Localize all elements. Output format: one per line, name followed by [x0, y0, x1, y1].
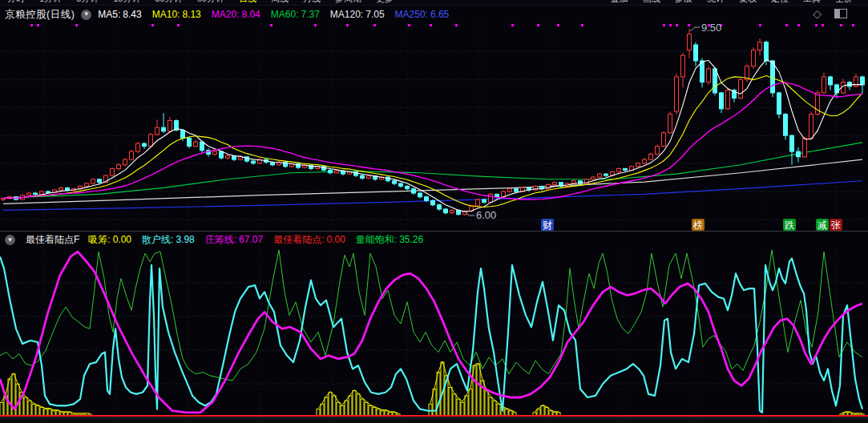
period-tab[interactable]: 周线 [264, 0, 296, 5]
ma-legend-item: MA60:7.37 [271, 9, 320, 20]
signal-badge[interactable]: 财 [541, 219, 554, 231]
toolbar-item[interactable]: 多股 [668, 0, 700, 5]
main-price-chart[interactable]: 9.506.00财榜跌减张 [0, 23, 868, 231]
indicator-field: 量能饱和:35.26 [356, 233, 423, 247]
indicator-name: 最佳着陆点F [26, 233, 79, 247]
symbol-title: 京粮控股(日线) [5, 8, 75, 22]
period-tab[interactable]: 60分钟 [190, 0, 232, 5]
status-strip [0, 417, 868, 423]
signal-badge[interactable]: 跌 [783, 219, 796, 231]
period-tab[interactable]: 5分钟 [69, 0, 106, 5]
chevron-down-icon[interactable]: ▼ [81, 10, 91, 20]
chevron-down-icon[interactable]: ▼ [5, 235, 15, 245]
signal-badge[interactable]: 减 [816, 219, 829, 231]
layout-panel-icon[interactable] [834, 9, 847, 18]
period-tab[interactable]: 多周期 [328, 0, 369, 5]
period-tab[interactable]: 15分钟 [106, 0, 147, 5]
diamond-icon[interactable]: ◇ [813, 8, 822, 19]
period-tab[interactable]: 30分钟 [148, 0, 190, 5]
period-tab[interactable]: 更多 [369, 0, 401, 5]
signal-badge[interactable]: 张 [830, 219, 842, 231]
svg-text:跌: 跌 [785, 220, 794, 231]
svg-text:榜: 榜 [692, 220, 703, 231]
toolbar-item[interactable]: 画线 [636, 0, 668, 5]
toolbar-item[interactable]: 叠加 [604, 0, 636, 5]
svg-text:9.50: 9.50 [701, 23, 721, 34]
indicator-chart[interactable] [0, 248, 868, 417]
signal-badge[interactable]: 榜 [692, 219, 704, 231]
ma-legend-item: MA20:8.04 [212, 9, 260, 20]
period-tab[interactable]: 日线 [232, 0, 264, 5]
indicator-field: 最佳着陆点:0.00 [273, 233, 345, 247]
toolbar-item[interactable]: 工具 [796, 0, 828, 5]
indicator-field: 庄筹线:67.07 [205, 233, 263, 247]
indicator-field: 散户线:3.98 [142, 233, 195, 247]
toolbar-item[interactable]: 复权 [732, 0, 764, 5]
ma-legend-item: MA5:8.43 [98, 9, 141, 20]
period-tab[interactable]: 分时 [0, 0, 32, 5]
svg-text:6.00: 6.00 [476, 209, 496, 221]
toolbar-item[interactable]: 定位 [764, 0, 796, 5]
period-tab[interactable]: 月线 [296, 0, 328, 5]
indicator-field: 吸筹:0.00 [88, 233, 131, 247]
period-toolbar: 分时1分钟5分钟15分钟30分钟60分钟日线周线月线多周期更多 叠加画线多股统计… [0, 0, 868, 6]
ma-legend-item: MA250:6.65 [395, 9, 450, 20]
ma-legend-item: MA120:7.05 [330, 9, 385, 20]
ma-legend-item: MA10:8.13 [152, 9, 201, 20]
svg-text:财: 财 [543, 220, 552, 231]
svg-text:张: 张 [831, 220, 841, 231]
title-bar: 京粮控股(日线) ▼ MA5:8.43MA10:8.13MA20:8.04MA6… [0, 6, 868, 23]
svg-text:减: 减 [818, 220, 827, 231]
toolbar-item[interactable]: 全屏 [828, 0, 860, 5]
indicator-fields: 吸筹:0.00散户线:3.98庄筹线:67.07最佳着陆点:0.00量能饱和:3… [88, 233, 423, 247]
ma-legend: MA5:8.43MA10:8.13MA20:8.04MA60:7.37MA120… [98, 9, 449, 20]
indicator-header: ▼ 最佳着陆点F 吸筹:0.00散户线:3.98庄筹线:67.07最佳着陆点:0… [0, 232, 868, 248]
trading-app-window: 分时1分钟5分钟15分钟30分钟60分钟日线周线月线多周期更多 叠加画线多股统计… [0, 0, 868, 423]
period-tab[interactable]: 1分钟 [32, 0, 69, 5]
toolbar-item[interactable]: 统计 [700, 0, 732, 5]
